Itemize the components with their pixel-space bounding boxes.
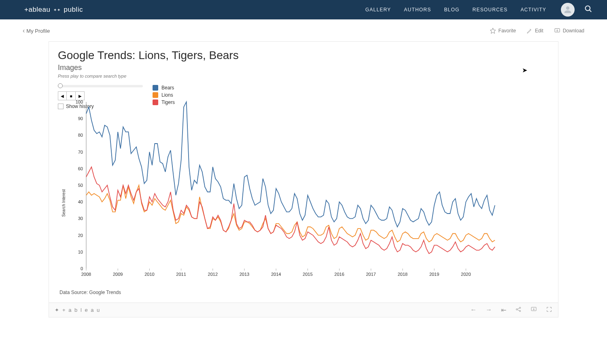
avatar[interactable] (561, 3, 575, 17)
svg-text:2010: 2010 (144, 272, 154, 277)
brand-logo[interactable]: +ableau ✦✦ public (24, 6, 83, 14)
svg-text:2019: 2019 (429, 272, 439, 277)
favorite-label: Favorite (499, 28, 516, 34)
viz-footer: ✦ + a b l e a u ← → ⇤ (49, 303, 558, 317)
footer-download-icon[interactable] (531, 306, 537, 314)
fullscreen-icon[interactable] (546, 306, 552, 314)
viz-hint: Press play to compare search type (58, 74, 549, 78)
svg-text:100: 100 (76, 99, 83, 104)
svg-text:70: 70 (78, 150, 83, 154)
svg-marker-2 (490, 28, 495, 33)
nav-back-icon[interactable]: ← (470, 306, 477, 314)
svg-text:0: 0 (81, 266, 83, 271)
brand-text-left: +ableau (24, 6, 50, 14)
svg-text:2018: 2018 (398, 272, 407, 277)
svg-text:2011: 2011 (176, 272, 186, 277)
svg-text:2012: 2012 (208, 272, 218, 277)
svg-line-45 (517, 308, 519, 309)
svg-text:30: 30 (78, 216, 83, 221)
sub-bar: ‹ My Profile Favorite Edit Download (0, 19, 607, 38)
swatch-icon (153, 85, 158, 91)
svg-text:2016: 2016 (334, 272, 344, 277)
nav-revert-icon[interactable]: ⇤ (501, 306, 506, 314)
svg-text:2015: 2015 (303, 272, 312, 277)
back-link[interactable]: ‹ My Profile (23, 28, 50, 34)
svg-text:2020: 2020 (461, 272, 471, 277)
legend-item-bears[interactable]: Bears (153, 85, 175, 91)
pencil-icon (526, 28, 533, 34)
svg-text:80: 80 (78, 133, 83, 138)
legend-item-lions[interactable]: Lions (153, 92, 175, 98)
footer-tools: ← → ⇤ (470, 306, 552, 314)
legend-label: Lions (161, 92, 173, 98)
svg-text:2008: 2008 (81, 272, 91, 277)
download-icon (554, 28, 560, 34)
tableau-glyph-icon: ✦ (55, 307, 60, 313)
line-chart: Search Interest 010203040506070809010020… (58, 98, 503, 284)
nav-activity[interactable]: ACTIVITY (520, 7, 546, 13)
brand-text-right: public (64, 6, 83, 14)
favorite-button[interactable]: Favorite (490, 28, 516, 34)
svg-text:2017: 2017 (366, 272, 376, 277)
back-label: My Profile (26, 28, 50, 34)
legend-label: Bears (161, 85, 174, 91)
svg-line-1 (590, 10, 591, 12)
svg-text:2013: 2013 (240, 272, 249, 277)
top-nav: +ableau ✦✦ public GALLERY AUTHORS BLOG R… (0, 0, 607, 19)
nav-resources[interactable]: RESOURCES (473, 7, 508, 13)
download-button[interactable]: Download (554, 28, 584, 34)
edit-label: Edit (535, 28, 543, 34)
swatch-icon (153, 92, 158, 98)
star-icon (490, 28, 496, 34)
chevron-left-icon: ‹ (23, 28, 25, 34)
playback-slider[interactable] (58, 85, 143, 87)
svg-text:2009: 2009 (113, 272, 123, 277)
nav-authors[interactable]: AUTHORS (404, 7, 431, 13)
svg-line-46 (517, 309, 519, 311)
viz-card: Google Trends: Lions, Tigers, Bears Imag… (49, 41, 558, 317)
brand-plus-icon: ✦✦ (53, 8, 60, 12)
svg-text:10: 10 (78, 250, 83, 254)
search-icon (584, 5, 592, 13)
viz-subtitle: Images (58, 63, 549, 72)
nav-gallery[interactable]: GALLERY (365, 7, 391, 13)
y-axis-label: Search Interest (62, 189, 66, 217)
download-label: Download (563, 28, 584, 34)
share-icon[interactable] (515, 306, 522, 314)
svg-point-43 (519, 307, 520, 308)
svg-text:40: 40 (78, 199, 83, 204)
nav-blog[interactable]: BLOG (444, 7, 459, 13)
tableau-mark[interactable]: ✦ + a b l e a u (55, 307, 100, 313)
person-icon (563, 5, 572, 14)
search-button[interactable] (584, 5, 592, 15)
svg-text:90: 90 (78, 116, 83, 121)
svg-point-44 (519, 310, 520, 311)
nav-links: GALLERY AUTHORS BLOG RESOURCES ACTIVITY (365, 7, 546, 13)
svg-text:20: 20 (78, 233, 83, 238)
tableau-text: + a b l e a u (62, 307, 100, 313)
nav-forward-icon[interactable]: → (486, 306, 492, 314)
data-source: Data Source: Google Trends (58, 286, 549, 298)
svg-point-42 (516, 309, 517, 310)
edit-button[interactable]: Edit (526, 28, 543, 34)
slider-thumb[interactable] (58, 83, 63, 88)
svg-text:60: 60 (78, 166, 83, 171)
viz-title: Google Trends: Lions, Tigers, Bears (58, 49, 549, 62)
svg-text:50: 50 (78, 183, 83, 188)
svg-text:2014: 2014 (271, 272, 281, 277)
viz-actions: Favorite Edit Download (490, 28, 584, 34)
